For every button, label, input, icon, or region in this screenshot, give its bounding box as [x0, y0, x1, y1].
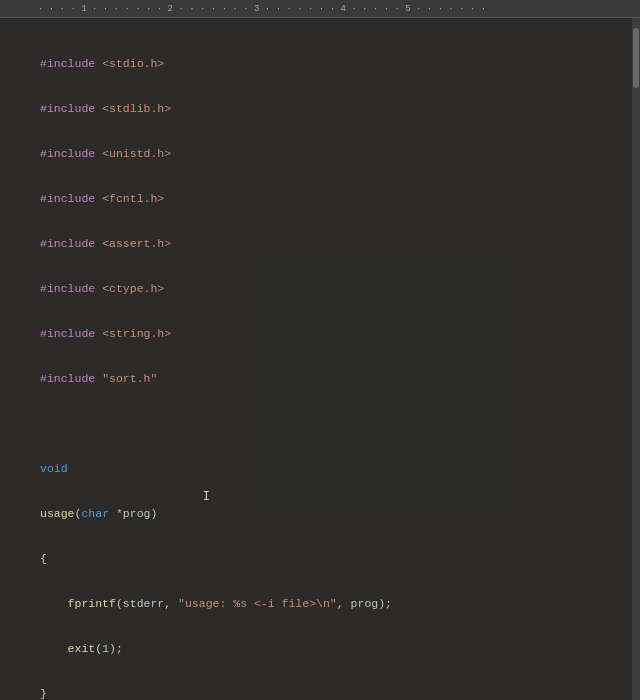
code-content: #include <stdio.h> #include <stdlib.h> #…: [40, 26, 630, 700]
preprocessor-keyword: include: [47, 102, 95, 115]
preprocessor-keyword: include: [47, 372, 95, 385]
header-file: <string.h>: [102, 327, 171, 340]
preprocessor-hash: #: [40, 372, 47, 385]
preprocessor-hash: #: [40, 57, 47, 70]
header-file: <ctype.h>: [102, 282, 164, 295]
preprocessor-hash: #: [40, 237, 47, 250]
code-line: }: [40, 686, 630, 700]
header-file: <fcntl.h>: [102, 192, 164, 205]
code-line: #include "sort.h": [40, 371, 630, 386]
keyword-void: void: [40, 462, 68, 475]
preprocessor-keyword: include: [47, 147, 95, 160]
ruler-text: · · · · 1 · · · · · · · 2 · · · · · · · …: [38, 4, 486, 14]
code-line: #include <string.h>: [40, 326, 630, 341]
preprocessor-keyword: include: [47, 327, 95, 340]
string-literal: "usage: %s <-i file>\n": [178, 597, 337, 610]
preprocessor-keyword: include: [47, 192, 95, 205]
preprocessor-keyword: include: [47, 282, 95, 295]
code-line: #include <assert.h>: [40, 236, 630, 251]
preprocessor-hash: #: [40, 102, 47, 115]
code-line: {: [40, 551, 630, 566]
header-file: <assert.h>: [102, 237, 171, 250]
preprocessor-hash: #: [40, 192, 47, 205]
header-file: <stdlib.h>: [102, 102, 171, 115]
preprocessor-hash: #: [40, 147, 47, 160]
function-name: usage: [40, 507, 75, 520]
header-file: <stdio.h>: [102, 57, 164, 70]
preprocessor-hash: #: [40, 327, 47, 340]
code-line: exit(1);: [40, 641, 630, 656]
editor-container: · · · · 1 · · · · · · · 2 · · · · · · · …: [0, 0, 640, 700]
keyword-char: char: [81, 507, 109, 520]
code-line: [40, 416, 630, 431]
code-line: #include <stdio.h>: [40, 56, 630, 71]
header-file: <unistd.h>: [102, 147, 171, 160]
code-line: void: [40, 461, 630, 476]
code-line: #include <stdlib.h>: [40, 101, 630, 116]
code-line: fprintf(stderr, "usage: %s <-i file>\n",…: [40, 596, 630, 611]
header-file: "sort.h": [102, 372, 157, 385]
preprocessor-keyword: include: [47, 237, 95, 250]
code-line: usage(char *prog): [40, 506, 630, 521]
preprocessor-keyword: include: [47, 57, 95, 70]
code-area[interactable]: #include <stdio.h> #include <stdlib.h> #…: [0, 18, 640, 700]
code-line: #include <fcntl.h>: [40, 191, 630, 206]
scrollbar-thumb[interactable]: [633, 28, 639, 88]
preprocessor-hash: #: [40, 282, 47, 295]
function-name: exit: [68, 642, 96, 655]
number-literal: 1: [102, 642, 109, 655]
function-name: fprintf: [68, 597, 116, 610]
scrollbar[interactable]: [632, 18, 640, 700]
code-line: #include <ctype.h>: [40, 281, 630, 296]
ruler: · · · · 1 · · · · · · · 2 · · · · · · · …: [0, 0, 640, 18]
code-line: #include <unistd.h>: [40, 146, 630, 161]
ruler-marks: · · · · 1 · · · · · · · 2 · · · · · · · …: [8, 0, 486, 17]
